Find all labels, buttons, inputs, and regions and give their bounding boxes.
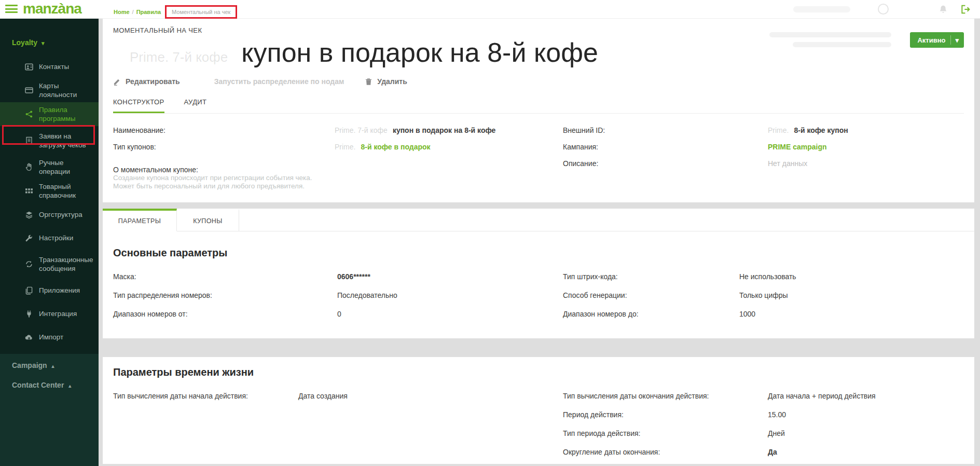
integration-plug-icon bbox=[25, 310, 33, 318]
field-description: Описание: Нет данных bbox=[563, 158, 964, 169]
chevron-down-icon: ▾ bbox=[42, 40, 45, 46]
loyalty-card-icon bbox=[25, 86, 33, 94]
receipt-upload-icon bbox=[25, 136, 33, 145]
delete-button[interactable]: Удалить bbox=[365, 77, 407, 86]
field-coupon-type: Тип купонов: Prime.8-й кофе в подарок bbox=[113, 142, 563, 152]
field-generation-method: Способ генерации: Только цифры bbox=[563, 290, 964, 300]
sidebar-header-campaign[interactable]: Campaign ▴ bbox=[0, 361, 99, 374]
hamburger-menu-icon[interactable] bbox=[5, 5, 18, 14]
sidebar-item-contacts[interactable]: Контакты bbox=[0, 55, 99, 78]
breadcrumb-section-link[interactable]: Правила bbox=[136, 9, 161, 15]
field-value: 15.00 bbox=[768, 409, 786, 420]
chevron-down-icon: ▾ bbox=[955, 36, 959, 44]
field-validity-period: Период действия: 15.00 bbox=[563, 409, 964, 420]
sidebar-item-loyalty-cards[interactable]: Карты лояльности bbox=[0, 78, 99, 102]
tab-constructor[interactable]: КОНСТРУКТОР bbox=[113, 98, 164, 113]
faded-toolbar-ghost bbox=[793, 6, 850, 12]
sidebar-item-settings[interactable]: Настройки bbox=[0, 226, 99, 250]
sidebar-item-receipt-requests[interactable]: Заявки на загрузку чеков bbox=[0, 126, 99, 155]
sidebar-item-program-rules[interactable]: Правила программы bbox=[0, 102, 99, 126]
field-value: Дата создания bbox=[298, 391, 348, 401]
sidebar-item-label: Транзакционные сообщения bbox=[39, 255, 93, 273]
page-title: купон в подарок на 8-й кофе bbox=[241, 37, 598, 67]
user-avatar-ghost-icon bbox=[878, 4, 889, 15]
field-label: Округление даты окончания: bbox=[563, 447, 768, 457]
button-divider bbox=[950, 35, 951, 45]
applications-icon bbox=[25, 286, 33, 295]
logout-icon[interactable] bbox=[960, 4, 971, 15]
field-value: Да bbox=[768, 447, 777, 457]
sidebar-item-import[interactable]: Импорт bbox=[0, 325, 99, 349]
field-start-date-calc-type: Тип вычисления даты начала действия: Дат… bbox=[113, 391, 563, 401]
field-end-date-calc-type: Тип вычисления даты окончания действия: … bbox=[563, 391, 964, 401]
constructor-left-column: Наименование: Prime. 7-й кофекупон в под… bbox=[113, 125, 563, 190]
sidebar-item-label: Ручные операции bbox=[39, 158, 93, 176]
ghost-value: Prime. bbox=[768, 126, 789, 134]
breadcrumb-home-link[interactable]: Home bbox=[114, 9, 130, 15]
sidebar-item-label: Товарный справочник bbox=[39, 182, 93, 200]
field-value: 8-й кофе купон bbox=[794, 126, 848, 134]
main-parameters-grid: Маска: 0606****** Тип распределения номе… bbox=[113, 271, 964, 327]
sidebar-item-transactional-messages[interactable]: Транзакционные сообщения bbox=[0, 250, 99, 279]
sidebar-item-applications[interactable]: Приложения bbox=[0, 279, 99, 302]
ghost-value: Prime. bbox=[335, 143, 355, 151]
distribute-nodes-button[interactable]: Запустить распределение по нодам bbox=[214, 77, 344, 86]
field-label: Период действия: bbox=[563, 409, 768, 420]
field-label: Тип периода действия: bbox=[563, 428, 768, 438]
sidebar-section-loyalty: Loyalty ▾ Контакты Карты лояльности Прав… bbox=[0, 19, 99, 354]
rule-header-card: МОМЕНТАЛЬНЫЙ НА ЧЕК Prime. 7-й кофекупон… bbox=[103, 19, 974, 202]
pencil-icon bbox=[113, 78, 121, 86]
sidebar-item-label: Приложения bbox=[39, 286, 80, 295]
sidebar-item-integration[interactable]: Интеграция bbox=[0, 302, 99, 325]
field-value: Не использовать bbox=[739, 271, 796, 282]
sidebar-header-loyalty[interactable]: Loyalty ▾ bbox=[0, 38, 99, 47]
field-label: Наименование: bbox=[113, 125, 335, 135]
field-label: О моментальном купоне: bbox=[113, 166, 563, 174]
edit-button[interactable]: Редактировать bbox=[113, 77, 180, 86]
settings-wrench-icon bbox=[25, 234, 33, 242]
orgstructure-icon bbox=[25, 211, 33, 219]
field-value: 0 bbox=[337, 309, 341, 319]
coupon-type-link[interactable]: 8-й кофе в подарок bbox=[361, 143, 430, 151]
tab-parameters[interactable]: ПАРАМЕТРЫ bbox=[103, 209, 177, 231]
field-label: Внешний ID: bbox=[563, 125, 768, 135]
field-validity-period-type: Тип периода действия: Дней bbox=[563, 428, 964, 438]
tab-audit[interactable]: АУДИТ bbox=[184, 98, 207, 113]
field-value: Последовательно bbox=[337, 290, 397, 300]
sidebar-item-manual-operations[interactable]: Ручные операции bbox=[0, 155, 99, 179]
sidebar-header-contact-center[interactable]: Contact Center ▴ bbox=[0, 381, 99, 393]
section-heading: Параметры времени жизни bbox=[113, 357, 964, 378]
sidebar-item-label: Карты лояльности bbox=[39, 81, 93, 99]
rule-tabs: КОНСТРУКТОР АУДИТ bbox=[113, 98, 964, 114]
field-value: 1000 bbox=[739, 309, 755, 319]
tab-coupons[interactable]: КУПОНЫ bbox=[177, 209, 239, 231]
product-catalog-icon bbox=[25, 187, 33, 195]
field-value: 0606****** bbox=[337, 271, 370, 282]
parameters-card: ПАРАМЕТРЫ КУПОНЫ Основные параметры Маск… bbox=[103, 209, 974, 338]
breadcrumb-separator: / bbox=[132, 9, 134, 15]
sidebar-item-orgstructure[interactable]: Оргструктура bbox=[0, 203, 99, 226]
field-value: Нет данных bbox=[768, 158, 807, 169]
bell-icon bbox=[938, 4, 948, 15]
main-parameters-section: Основные параметры Маска: 0606****** Тип… bbox=[103, 247, 974, 327]
field-name: Наименование: Prime. 7-й кофекупон в под… bbox=[113, 125, 563, 135]
main-content: МОМЕНТАЛЬНЫЙ НА ЧЕК Prime. 7-й кофекупон… bbox=[103, 19, 974, 464]
ghost-value: Prime. 7-й кофе bbox=[335, 126, 388, 134]
sidebar-item-label: Импорт bbox=[39, 333, 63, 341]
campaign-link[interactable]: PRIME campaign bbox=[768, 142, 827, 152]
chevron-up-icon: ▴ bbox=[52, 363, 54, 369]
program-rules-icon bbox=[25, 110, 33, 118]
field-value: купон в подарок на 8-й кофе bbox=[393, 126, 495, 134]
section-heading: Основные параметры bbox=[113, 247, 964, 259]
field-label: Кампания: bbox=[563, 142, 768, 152]
sidebar-item-label: Заявки на загрузку чеков bbox=[39, 132, 93, 149]
sidebar-item-product-catalog[interactable]: Товарный справочник bbox=[0, 179, 99, 203]
sidebar: Loyalty ▾ Контакты Карты лояльности Прав… bbox=[0, 19, 99, 466]
field-label: Способ генерации: bbox=[563, 290, 739, 300]
status-button[interactable]: Активно ▾ bbox=[910, 32, 964, 48]
lifetime-parameters-grid: Тип вычисления даты начала действия: Дат… bbox=[113, 391, 964, 465]
lifetime-left: Тип вычисления даты начала действия: Дат… bbox=[113, 391, 563, 465]
about-instant-coupon: О моментальном купоне: Создание купона п… bbox=[113, 166, 563, 190]
field-mask: Маска: 0606****** bbox=[113, 271, 563, 282]
parameters-tabs: ПАРАМЕТРЫ КУПОНЫ bbox=[103, 209, 974, 231]
